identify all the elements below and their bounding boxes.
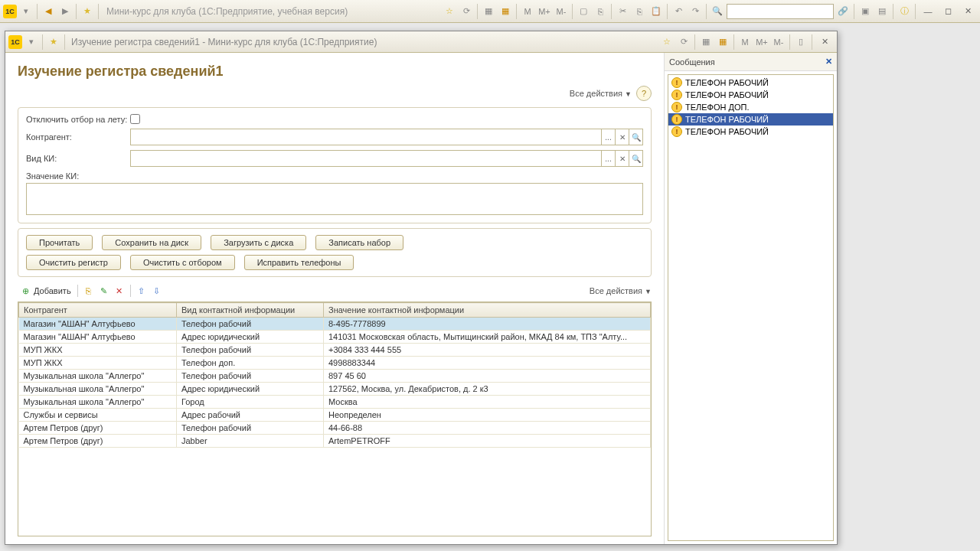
ci-type-input[interactable] (131, 151, 601, 166)
paste-icon[interactable]: 📋 (648, 4, 664, 19)
copy-row-icon[interactable]: ⎘ (83, 285, 95, 297)
column-header[interactable]: Вид контактной информации (177, 303, 324, 318)
clear-icon[interactable]: ✕ (615, 129, 629, 145)
child-window: 1C ▾ ★ Изучение регистра сведений1 - Мин… (5, 31, 838, 545)
calendar-icon[interactable]: ▦ (698, 34, 714, 50)
new-icon[interactable]: ▢ (576, 4, 591, 19)
message-item[interactable]: !ТЕЛЕФОН РАБОЧИЙ (668, 113, 833, 126)
select-icon[interactable]: ... (601, 151, 615, 166)
message-item[interactable]: !ТЕЛЕФОН ДОП. (668, 101, 833, 113)
table-row[interactable]: Службы и сервисыАдрес рабочийНеопределен (19, 409, 651, 422)
delete-row-icon[interactable]: ✕ (113, 285, 126, 297)
forward-icon[interactable]: ▶ (57, 4, 73, 19)
favorite-icon[interactable]: ★ (80, 4, 95, 19)
message-item[interactable]: !ТЕЛЕФОН РАБОЧИЙ (668, 89, 833, 101)
search-dropdown[interactable] (727, 4, 834, 19)
warning-icon: ! (671, 90, 682, 100)
minimize-icon[interactable]: — (919, 5, 937, 18)
message-item[interactable]: !ТЕЛЕФОН РАБОЧИЙ (668, 126, 833, 138)
add-button[interactable]: ⊕Добавить (18, 283, 73, 298)
calendar2-icon[interactable]: ▦ (498, 4, 513, 19)
table-row[interactable]: Магазин "АШАН" АлтуфьевоАдрес юридически… (19, 331, 651, 344)
calendar-icon[interactable]: ▦ (481, 4, 496, 19)
grid-container[interactable]: КонтрагентВид контактной информацииЗначе… (18, 302, 652, 536)
copy2-icon[interactable]: ⎘ (632, 4, 647, 19)
select-icon[interactable]: ... (601, 129, 615, 145)
messages-list[interactable]: !ТЕЛЕФОН РАБОЧИЙ!ТЕЛЕФОН РАБОЧИЙ!ТЕЛЕФОН… (668, 74, 834, 541)
link-icon[interactable]: 🔗 (835, 4, 851, 19)
m-plus-icon[interactable]: M+ (537, 4, 552, 19)
table-row[interactable]: Музыкальная школа "Аллегро"Адрес юридиче… (19, 383, 651, 396)
help-icon[interactable]: ? (636, 86, 652, 101)
redo-icon[interactable]: ↷ (688, 4, 703, 19)
warning-icon: ! (671, 114, 682, 125)
messages-close-icon[interactable]: ✕ (825, 57, 832, 67)
close-icon[interactable]: ✕ (959, 5, 977, 18)
load-disk-button[interactable]: Загрузить с диска (211, 235, 306, 250)
read-button[interactable]: Прочитать (26, 235, 93, 250)
table-row[interactable]: Музыкальная школа "Аллегро"Телефон рабоч… (19, 370, 651, 383)
refresh-icon[interactable]: ⟳ (676, 34, 691, 50)
windows-icon[interactable]: ▣ (858, 4, 873, 19)
save-disk-button[interactable]: Сохранить на диск (102, 235, 201, 250)
logo-1c-icon: 1C (3, 5, 17, 18)
undo-icon[interactable]: ↶ (671, 4, 686, 19)
dropdown-icon[interactable]: ▾ (24, 34, 39, 50)
m-plus-icon[interactable]: M+ (754, 34, 769, 50)
child-close-icon[interactable]: ✕ (815, 35, 834, 49)
page-icon[interactable]: ▯ (793, 34, 808, 50)
m-icon[interactable]: M (737, 34, 753, 50)
ci-type-label: Вид КИ: (26, 154, 130, 163)
main-title: Мини-курс для клуба (1С:Предприятие, уче… (106, 6, 348, 17)
clear-register-button[interactable]: Очистить регистр (26, 255, 121, 270)
table-row[interactable]: Артем Петров (друг)JabberArtemPETROFF (19, 435, 651, 448)
ci-value-textarea[interactable] (26, 183, 643, 215)
lookup-icon[interactable]: 🔍 (629, 151, 642, 166)
maximize-icon[interactable]: ◻ (939, 5, 957, 18)
star-icon[interactable]: ☆ (659, 34, 675, 50)
cut-icon[interactable]: ✂ (615, 4, 630, 19)
clear-icon[interactable]: ✕ (615, 151, 629, 166)
logo-1c-icon: 1C (8, 35, 22, 49)
help-icon[interactable]: ⓘ (897, 4, 912, 19)
m-icon[interactable]: M (520, 4, 535, 19)
warning-icon: ! (671, 126, 682, 137)
table-row[interactable]: МУП ЖКХТелефон рабочий+3084 333 444 555 (19, 344, 651, 357)
fix-phones-button[interactable]: Исправить телефоны (244, 255, 354, 270)
m-minus-icon[interactable]: M- (554, 4, 569, 19)
lookup-icon[interactable]: 🔍 (629, 129, 642, 145)
table-row[interactable]: МУП ЖКХТелефон доп.4998883344 (19, 357, 651, 370)
dropdown-icon[interactable]: ▾ (18, 4, 34, 19)
favorite-icon[interactable]: ★ (46, 34, 61, 50)
write-set-button[interactable]: Записать набор (315, 235, 403, 250)
contractor-input[interactable] (131, 129, 601, 145)
ci-value-label: Значение КИ: (26, 171, 130, 181)
search-icon[interactable]: 🔍 (710, 4, 725, 19)
windows2-icon[interactable]: ▤ (874, 4, 890, 19)
disable-filter-label: Отключить отбор на лету: (26, 115, 130, 124)
column-header[interactable]: Контрагент (19, 303, 177, 318)
clear-filtered-button[interactable]: Очистить с отбором (130, 255, 235, 270)
move-down-icon[interactable]: ⇩ (151, 285, 163, 297)
back-icon[interactable]: ◀ (41, 4, 56, 19)
buttons-box: Прочитать Сохранить на диск Загрузить с … (18, 228, 652, 277)
m-minus-icon[interactable]: M- (771, 34, 786, 50)
star-icon[interactable]: ☆ (442, 4, 457, 19)
table-row[interactable]: Магазин "АШАН" АлтуфьевоТелефон рабочий8… (19, 318, 651, 331)
data-grid: КонтрагентВид контактной информацииЗначе… (18, 302, 651, 448)
disable-filter-checkbox[interactable] (130, 114, 140, 124)
table-row[interactable]: Артем Петров (друг)Телефон рабочий44-66-… (19, 422, 651, 435)
all-actions-link[interactable]: Все действия ▼ (570, 89, 632, 98)
column-header[interactable]: Значение контактной информации (324, 303, 651, 318)
warning-icon: ! (671, 102, 682, 112)
table-all-actions-link[interactable]: Все действия ▼ (590, 286, 652, 295)
edit-row-icon[interactable]: ✎ (98, 285, 110, 297)
warning-icon: ! (671, 77, 682, 88)
page-title: Изучение регистра сведений1 (18, 64, 652, 80)
refresh-icon[interactable]: ⟳ (459, 4, 474, 19)
copy-icon[interactable]: ⎘ (593, 4, 608, 19)
calendar2-icon[interactable]: ▦ (715, 34, 730, 50)
message-item[interactable]: !ТЕЛЕФОН РАБОЧИЙ (668, 77, 833, 89)
move-up-icon[interactable]: ⇧ (136, 285, 148, 297)
table-row[interactable]: Музыкальная школа "Аллегро"ГородМосква (19, 396, 651, 409)
